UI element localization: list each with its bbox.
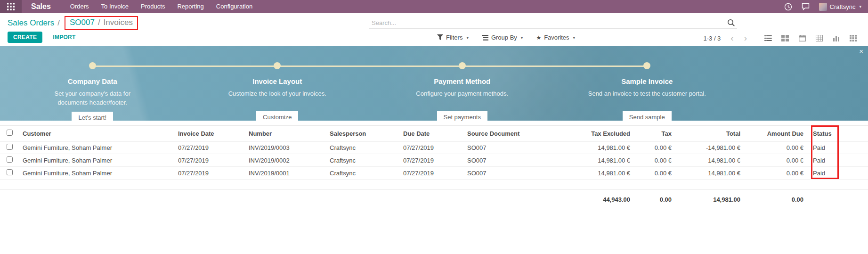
breadcrumb: Sales Orders / SO007 / Invoices — [8, 16, 138, 30]
messages-chat-icon[interactable] — [802, 3, 810, 10]
view-list-button[interactable] — [760, 32, 777, 44]
groupby-label: Group By — [491, 34, 517, 41]
cell-tax: 0.00 € — [635, 141, 676, 154]
user-name: Craftsync — [830, 3, 856, 10]
table-row[interactable]: Gemini Furniture, Soham Palmer 07/27/201… — [0, 141, 868, 154]
view-calendar-button[interactable] — [794, 32, 811, 44]
header-source-document[interactable]: Source Document — [462, 126, 564, 141]
header-tax[interactable]: Tax — [635, 126, 676, 141]
select-all-checkbox-cell — [0, 126, 18, 141]
star-icon: ★ — [536, 35, 541, 41]
cell-due-date: 07/27/2019 — [398, 167, 462, 180]
apps-grid-icon — [7, 3, 15, 10]
row-checkbox[interactable] — [7, 144, 13, 150]
cell-tax-excluded: 14,981.00 € — [564, 154, 635, 167]
cell-invoice-date: 07/27/2019 — [173, 154, 244, 167]
cell-source-document: SO007 — [462, 154, 564, 167]
import-button[interactable]: IMPORT — [50, 33, 78, 41]
step-description: Configure your payment methods. — [391, 90, 533, 107]
control-panel-breadcrumb-row: Sales Orders / SO007 / Invoices — [0, 13, 868, 30]
header-invoice-date[interactable]: Invoice Date — [173, 126, 244, 141]
cell-tax: 0.00 € — [635, 154, 676, 167]
dashboard-grid-icon — [850, 35, 857, 41]
breadcrumb-sales-orders[interactable]: Sales Orders — [8, 18, 54, 28]
favorites-dropdown[interactable]: ★ Favorites ▾ — [536, 34, 575, 41]
cell-amount-due: 0.00 € — [745, 167, 808, 180]
total-tax: 0.00 — [635, 190, 676, 206]
header-number[interactable]: Number — [244, 126, 325, 141]
pager-next-button[interactable]: › — [739, 33, 752, 43]
cell-number: INV/2019/0002 — [244, 154, 325, 167]
header-status[interactable]: Status — [808, 126, 868, 141]
filters-dropdown[interactable]: Filters ▾ — [437, 34, 469, 41]
row-checkbox[interactable] — [7, 169, 13, 175]
row-checkbox-cell — [0, 167, 18, 180]
close-icon[interactable]: × — [859, 48, 863, 55]
cell-status: Paid — [808, 167, 868, 180]
view-dashboard-button[interactable] — [844, 32, 861, 44]
row-checkbox-cell — [0, 141, 18, 154]
header-total[interactable]: Total — [676, 126, 745, 141]
breadcrumb-so007[interactable]: SO007 — [70, 18, 95, 27]
cell-tax: 0.00 € — [635, 167, 676, 180]
cell-total: 14,981.00 € — [676, 154, 745, 167]
app-title[interactable]: Sales — [22, 2, 64, 11]
send-sample-button[interactable]: Send sample — [623, 111, 672, 123]
activities-clock-icon[interactable] — [784, 3, 792, 11]
step-invoice-layout: Invoice Layout Customize the look of you… — [185, 59, 370, 123]
chevron-down-icon: ▾ — [521, 35, 523, 40]
cell-number: INV/2019/0003 — [244, 141, 325, 154]
view-switcher — [760, 32, 861, 44]
apps-menu-button[interactable] — [0, 0, 22, 13]
pager-and-views: 1-3 / 3 ‹ › — [703, 32, 861, 44]
menu-reporting[interactable]: Reporting — [171, 0, 210, 13]
kanban-view-icon — [781, 35, 789, 41]
cell-tax-excluded: 14,981.00 € — [564, 167, 635, 180]
lets-start-button[interactable]: Let's start! — [72, 112, 113, 123]
menu-orders[interactable]: Orders — [64, 0, 95, 13]
step-title: Sample Invoice — [555, 77, 740, 85]
customize-button[interactable]: Customize — [256, 111, 298, 123]
view-pivot-button[interactable] — [811, 32, 827, 44]
favorites-label: Favorites — [544, 34, 569, 41]
table-row[interactable]: Gemini Furniture, Soham Palmer 07/27/201… — [0, 167, 868, 180]
user-avatar — [819, 3, 827, 11]
view-graph-button[interactable] — [827, 32, 844, 44]
step-dot-icon — [274, 62, 281, 69]
invoices-list-view: Customer Invoice Date Number Salesperson… — [0, 125, 868, 206]
breadcrumb-separator-2: / — [98, 18, 100, 27]
group-by-icon — [482, 35, 488, 41]
header-tax-excluded[interactable]: Tax Excluded — [564, 126, 635, 141]
breadcrumb-separator: / — [57, 18, 60, 28]
menu-configuration[interactable]: Configuration — [210, 0, 259, 13]
table-row[interactable]: Gemini Furniture, Soham Palmer 07/27/201… — [0, 154, 868, 167]
cell-status: Paid — [808, 141, 868, 154]
set-payments-button[interactable]: Set payments — [437, 111, 488, 123]
step-dot-icon — [643, 62, 650, 69]
select-all-checkbox[interactable] — [7, 130, 13, 136]
pager-previous-button[interactable]: ‹ — [725, 33, 738, 43]
search-bar — [369, 18, 737, 29]
header-customer[interactable]: Customer — [18, 126, 173, 141]
chevron-down-icon: ▾ — [466, 35, 469, 40]
cell-invoice-date: 07/27/2019 — [173, 141, 244, 154]
search-options: Filters ▾ Group By ▾ ★ Favorites ▾ — [437, 34, 575, 41]
row-checkbox[interactable] — [7, 156, 13, 163]
cell-salesperson: Craftsync — [325, 154, 398, 167]
create-button[interactable]: CREATE — [8, 32, 42, 43]
menu-to-invoice[interactable]: To Invoice — [95, 0, 135, 13]
search-input[interactable] — [371, 19, 727, 27]
user-menu[interactable]: Craftsync ▾ — [819, 3, 861, 11]
pivot-view-icon — [816, 35, 823, 41]
step-title: Payment Method — [370, 77, 555, 85]
header-due-date[interactable]: Due Date — [398, 126, 462, 141]
search-icon[interactable] — [727, 19, 735, 27]
menu-products[interactable]: Products — [135, 0, 171, 13]
header-salesperson[interactable]: Salesperson — [325, 126, 398, 141]
header-amount-due[interactable]: Amount Due — [745, 126, 808, 141]
groupby-dropdown[interactable]: Group By ▾ — [482, 34, 523, 41]
view-kanban-button[interactable] — [777, 32, 794, 44]
list-view-icon — [764, 35, 772, 41]
calendar-view-icon — [799, 35, 806, 41]
top-menu: Orders To Invoice Products Reporting Con… — [64, 0, 259, 13]
